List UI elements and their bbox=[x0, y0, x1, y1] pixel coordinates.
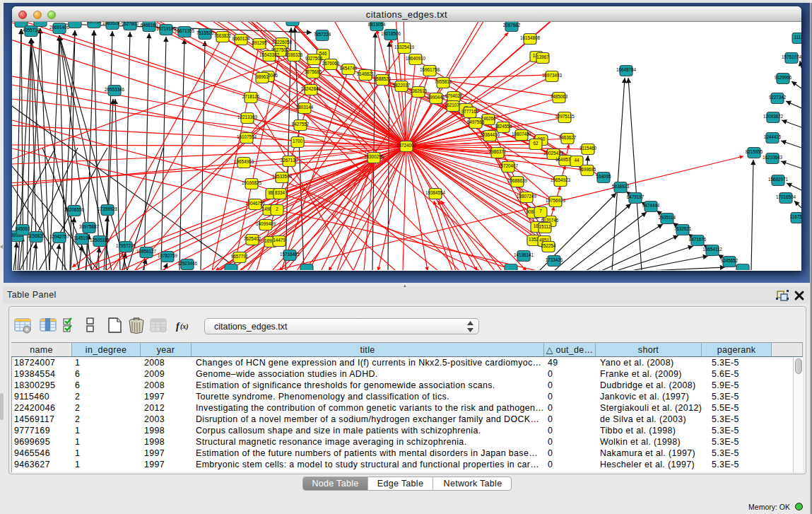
svg-text:16648784: 16648784 bbox=[616, 67, 637, 72]
svg-text:2: 2 bbox=[276, 206, 278, 211]
svg-text:3824554: 3824554 bbox=[495, 124, 512, 129]
svg-text:1588520: 1588520 bbox=[374, 76, 392, 81]
svg-text:8186328: 8186328 bbox=[286, 52, 303, 57]
svg-text:1733426: 1733426 bbox=[546, 257, 563, 262]
svg-text:23242848: 23242848 bbox=[301, 86, 322, 91]
svg-text:10025433: 10025433 bbox=[543, 151, 564, 156]
svg-text:9227342: 9227342 bbox=[769, 95, 787, 100]
svg-text:13533594: 13533594 bbox=[272, 174, 293, 179]
svg-text:23226058: 23226058 bbox=[272, 40, 293, 45]
svg-text:7955812: 7955812 bbox=[435, 79, 452, 84]
svg-text:7625402: 7625402 bbox=[244, 236, 261, 241]
svg-text:16671355: 16671355 bbox=[175, 28, 195, 33]
svg-text:20206556: 20206556 bbox=[64, 207, 85, 212]
svg-text:5822037: 5822037 bbox=[393, 83, 411, 88]
svg-text:1352: 1352 bbox=[529, 237, 539, 242]
svg-text:18640910: 18640910 bbox=[406, 56, 426, 61]
svg-text:15112: 15112 bbox=[539, 224, 551, 229]
svg-text:2803144: 2803144 bbox=[296, 105, 314, 110]
svg-text:9657791: 9657791 bbox=[231, 254, 249, 259]
svg-text:15716485: 15716485 bbox=[280, 252, 300, 257]
svg-text:19654923: 19654923 bbox=[551, 177, 571, 182]
svg-text:20553346: 20553346 bbox=[105, 87, 125, 92]
svg-text:(x): (x) bbox=[180, 322, 189, 331]
svg-text:19654963: 19654963 bbox=[234, 159, 254, 164]
svg-text:8334: 8334 bbox=[275, 190, 286, 195]
svg-text:4055714: 4055714 bbox=[23, 28, 40, 33]
svg-text:1527602: 1527602 bbox=[122, 22, 139, 26]
svg-text:6794028: 6794028 bbox=[445, 93, 463, 98]
svg-text:16154808: 16154808 bbox=[520, 35, 541, 40]
svg-text:10958127: 10958127 bbox=[136, 249, 157, 254]
svg-text:7485063: 7485063 bbox=[551, 94, 568, 99]
svg-text:19756923: 19756923 bbox=[546, 198, 566, 203]
svg-text:8471676: 8471676 bbox=[689, 237, 707, 242]
svg-text:19166825: 19166825 bbox=[242, 180, 262, 185]
svg-text:2718126: 2718126 bbox=[242, 94, 260, 99]
svg-text:252254: 252254 bbox=[541, 243, 556, 248]
svg-text:891295: 891295 bbox=[252, 40, 267, 45]
svg-text:10655287: 10655287 bbox=[102, 22, 123, 25]
svg-text:8990448: 8990448 bbox=[428, 95, 445, 100]
svg-text:546: 546 bbox=[319, 51, 327, 56]
svg-text:1700: 1700 bbox=[293, 139, 303, 144]
svg-text:9115460: 9115460 bbox=[579, 146, 597, 151]
svg-text:8215955: 8215955 bbox=[746, 149, 763, 154]
svg-text:7663822: 7663822 bbox=[214, 33, 232, 38]
svg-text:16107554: 16107554 bbox=[237, 134, 257, 139]
svg-text:7632621: 7632621 bbox=[674, 226, 692, 231]
svg-text:17016504: 17016504 bbox=[776, 194, 796, 199]
svg-text:98961: 98961 bbox=[256, 74, 269, 79]
svg-text:19218506: 19218506 bbox=[381, 31, 401, 36]
svg-text:164095: 164095 bbox=[596, 174, 611, 179]
svg-text:116753: 116753 bbox=[790, 214, 801, 219]
svg-text:44: 44 bbox=[574, 158, 579, 163]
svg-text:18807249: 18807249 bbox=[517, 194, 537, 199]
svg-text:13325419: 13325419 bbox=[394, 45, 415, 49]
svg-text:18300295: 18300295 bbox=[364, 154, 384, 159]
svg-text:9245652: 9245652 bbox=[721, 258, 739, 263]
svg-text:10654112: 10654112 bbox=[702, 247, 722, 252]
svg-text:12942757: 12942757 bbox=[49, 234, 70, 239]
svg-text:12093872: 12093872 bbox=[763, 114, 784, 119]
svg-text:10046756: 10046756 bbox=[245, 201, 266, 206]
svg-text:3875685: 3875685 bbox=[305, 69, 322, 74]
svg-text:9474444: 9474444 bbox=[642, 203, 660, 208]
svg-text:6120746: 6120746 bbox=[541, 218, 559, 223]
svg-text:7986372: 7986372 bbox=[489, 149, 507, 154]
svg-text:20364436: 20364436 bbox=[480, 132, 500, 137]
svg-text:16543382: 16543382 bbox=[259, 52, 280, 57]
svg-text:9129966: 9129966 bbox=[775, 75, 792, 80]
svg-text:10688639: 10688639 bbox=[507, 178, 528, 183]
svg-text:18724007: 18724007 bbox=[396, 143, 417, 148]
svg-text:16961758: 16961758 bbox=[420, 67, 440, 72]
svg-text:13967: 13967 bbox=[536, 54, 549, 59]
svg-text:14099489: 14099489 bbox=[256, 221, 276, 226]
svg-text:17359928: 17359928 bbox=[98, 206, 118, 211]
svg-text:7: 7 bbox=[539, 209, 542, 214]
svg-text:17957225: 17957225 bbox=[116, 243, 136, 248]
svg-text:9327508: 9327508 bbox=[305, 56, 323, 61]
svg-text:9777169: 9777169 bbox=[461, 109, 479, 114]
svg-text:1112: 1112 bbox=[794, 35, 801, 40]
svg-text:62: 62 bbox=[533, 141, 539, 146]
svg-text:10719185: 10719185 bbox=[156, 26, 177, 31]
svg-text:8427552: 8427552 bbox=[292, 122, 310, 127]
svg-text:1362615: 1362615 bbox=[410, 88, 428, 93]
svg-text:19384554: 19384554 bbox=[425, 190, 446, 195]
svg-text:6497568: 6497568 bbox=[467, 119, 485, 124]
svg-text:5938923: 5938923 bbox=[612, 184, 630, 189]
svg-text:10807487: 10807487 bbox=[512, 132, 532, 136]
svg-text:2676068: 2676068 bbox=[322, 61, 340, 66]
svg-text:10973493: 10973493 bbox=[542, 73, 563, 78]
svg-text:2087682: 2087682 bbox=[503, 23, 521, 28]
svg-text:2935114: 2935114 bbox=[659, 215, 676, 220]
svg-text:845061: 845061 bbox=[15, 226, 30, 231]
svg-text:8660124: 8660124 bbox=[233, 36, 250, 41]
svg-text:7857224: 7857224 bbox=[314, 32, 331, 37]
svg-text:15720407: 15720407 bbox=[498, 163, 519, 168]
svg-text:15692971: 15692971 bbox=[768, 177, 789, 182]
svg-text:14136141: 14136141 bbox=[514, 252, 534, 257]
svg-text:1156829: 1156829 bbox=[28, 233, 45, 238]
svg-text:12505185: 12505185 bbox=[90, 238, 110, 243]
